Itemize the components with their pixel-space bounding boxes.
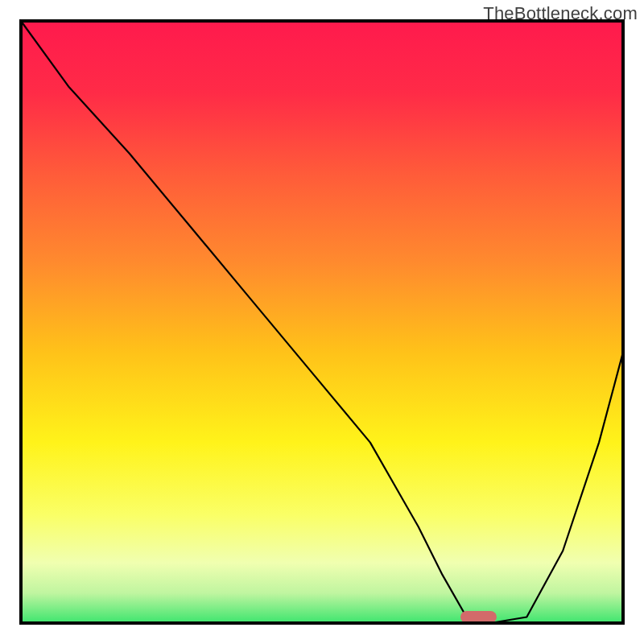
optimal-point — [460, 611, 497, 623]
chart-svg — [0, 0, 644, 644]
watermark-text: TheBottleneck.com — [483, 3, 638, 24]
chart-background — [21, 21, 623, 623]
bottleneck-chart: TheBottleneck.com — [0, 0, 644, 644]
